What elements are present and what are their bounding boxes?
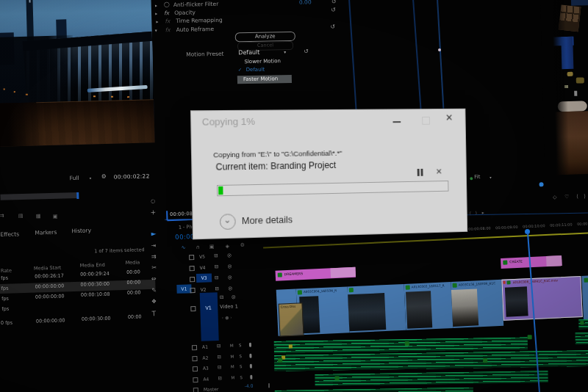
effect-row-label[interactable]: Anti-flicker Filter	[173, 1, 218, 8]
sync-lock-icon[interactable]: ⊟	[217, 355, 221, 360]
lock-icon[interactable]	[193, 377, 198, 382]
col-header-media-end[interactable]: Media End	[80, 263, 105, 269]
reframe-handle-dot[interactable]	[438, 48, 441, 51]
mute-button[interactable]: M	[230, 355, 234, 359]
expand-chevron[interactable]: ▸	[155, 3, 157, 7]
keyframe-marker[interactable]	[289, 344, 293, 348]
zoom-level-select[interactable]: Full	[70, 175, 79, 181]
reset-icon[interactable]: ↺	[331, 7, 336, 13]
track-visibility-eye-icon[interactable]: ◎	[227, 253, 232, 258]
motion-preset-value[interactable]: Default	[238, 50, 259, 57]
reset-icon[interactable]: ↺	[330, 23, 335, 30]
tab-history[interactable]: History	[71, 228, 91, 233]
mic-icon[interactable]	[249, 354, 251, 358]
track-label-v2[interactable]: V2	[200, 288, 206, 292]
audio-clip-fragment[interactable]	[578, 319, 588, 330]
panel-icon[interactable]: ▦	[36, 214, 41, 219]
track-visibility-eye-icon[interactable]: ◎	[228, 275, 232, 280]
lock-icon[interactable]	[190, 306, 196, 311]
sync-lock-icon[interactable]: ⊟	[218, 365, 222, 370]
mute-button[interactable]: M	[231, 376, 234, 380]
tab-effects[interactable]: Effects	[0, 231, 19, 237]
col-header-media-start[interactable]: Media Start	[34, 266, 62, 272]
panel-icon[interactable]: ▤	[18, 214, 24, 219]
lock-icon[interactable]	[192, 345, 197, 350]
effect-row-label[interactable]: Auto Reframe	[176, 26, 215, 32]
reset-icon[interactable]: ↺	[331, 0, 337, 5]
clip-dreamers[interactable]: DREAMERS	[276, 267, 356, 281]
menu-item-default[interactable]: Default	[246, 68, 265, 73]
timeline-wrench-icon[interactable]: ⚙	[240, 243, 245, 248]
solo-button[interactable]: S	[240, 376, 243, 380]
settings-wrench-icon[interactable]: ⚙	[101, 174, 107, 180]
panel-icon[interactable]: ⇉	[0, 214, 4, 219]
solo-button[interactable]: S	[239, 355, 242, 359]
solo-button[interactable]: S	[240, 365, 243, 369]
timeline-settings-icon[interactable]: ∩	[196, 245, 200, 250]
add-track-icon[interactable]: +	[151, 209, 157, 216]
tab-markers[interactable]: Markers	[35, 230, 57, 236]
track-label-a4[interactable]: A4	[203, 377, 209, 382]
razor-tool[interactable]: ✂	[151, 265, 157, 271]
mic-icon[interactable]	[250, 364, 252, 369]
slip-tool[interactable]: ⇔	[151, 276, 157, 282]
keyframe-nav-icons[interactable]: ‹ ● ›	[222, 316, 232, 320]
chevron-down-icon[interactable]: ▾	[490, 175, 492, 179]
reset-icon[interactable]: ↺	[304, 48, 309, 54]
minimize-button[interactable]	[388, 112, 406, 126]
sync-lock-icon[interactable]: ⊟	[215, 286, 219, 291]
lock-icon[interactable]	[192, 356, 197, 361]
track-height-toggle-icon[interactable]: ∥	[268, 383, 270, 388]
sync-lock-icon[interactable]: ⊟	[214, 253, 218, 258]
sync-lock-icon[interactable]: ⊟	[220, 295, 224, 300]
effect-row-label[interactable]: Opacity	[174, 10, 196, 15]
sync-lock-icon[interactable]: ⊟	[215, 275, 219, 280]
track-visibility-eye-icon[interactable]: ◎	[232, 294, 236, 300]
sync-lock-icon[interactable]: ⊟	[218, 376, 222, 381]
collapse-chevron[interactable]: ▾	[155, 28, 157, 32]
playhead-scrubber-dot[interactable]	[539, 182, 543, 186]
transport-icon[interactable]: ♡	[564, 195, 569, 200]
effect-value[interactable]: 0.00	[299, 0, 312, 5]
selection-tool[interactable]: ►	[151, 231, 157, 237]
track-v1-header[interactable]: V1	[200, 292, 219, 341]
clip-selected-purple[interactable]: A010C006_160R1C_R1C.mov	[501, 276, 582, 321]
lock-icon[interactable]	[190, 277, 195, 282]
col-header-rate[interactable]: Rate	[1, 269, 12, 274]
sync-lock-icon[interactable]: ⊟	[214, 264, 218, 269]
lock-icon[interactable]	[190, 288, 195, 293]
hand-tool[interactable]: ❖	[151, 299, 157, 305]
mute-button[interactable]: M	[231, 365, 234, 369]
menu-item-faster-motion[interactable]: Faster Motion	[237, 75, 292, 84]
lock-icon[interactable]	[189, 255, 194, 260]
track-label-a2[interactable]: A2	[202, 356, 208, 360]
audio-clip-a4[interactable]	[275, 388, 473, 392]
clip-create[interactable]: CREATE	[501, 255, 562, 269]
close-button[interactable]: ✕	[441, 111, 461, 126]
master-db-value[interactable]: -4.0	[245, 384, 254, 388]
track-label-master[interactable]: Master	[204, 387, 219, 392]
mute-button[interactable]: M	[230, 344, 234, 348]
cancel-copy-button[interactable]: ✕	[433, 166, 446, 178]
stopwatch-icon[interactable]: ◯	[164, 2, 170, 7]
audio-clip-a1-right[interactable]	[576, 333, 588, 345]
effect-row-label[interactable]: Time Remapping	[176, 18, 222, 24]
type-tool[interactable]: T	[151, 311, 156, 317]
clip-v1-d[interactable]: A003C156_160F0R_R1C	[451, 280, 503, 328]
track-label-v4[interactable]: V4	[200, 266, 206, 270]
expand-chevron[interactable]: ▸	[156, 19, 158, 23]
expand-chevron[interactable]: ▸	[155, 11, 157, 15]
track-visibility-eye-icon[interactable]: ◎	[228, 286, 232, 291]
zoom-level-select[interactable]: Fit	[474, 175, 480, 180]
lock-icon[interactable]	[193, 388, 198, 392]
dropdown-chevron-icon[interactable]: ▾	[284, 50, 286, 54]
timeline-icon[interactable]: ▣	[209, 244, 215, 250]
audio-clip-a3[interactable]	[315, 371, 548, 386]
menu-item-slower-motion[interactable]: Slower Motion	[244, 59, 281, 65]
col-header-media[interactable]: Media	[126, 260, 140, 265]
mic-icon[interactable]	[249, 343, 251, 347]
pause-button[interactable]	[414, 167, 427, 179]
timeline-icon[interactable]: ◈	[226, 244, 230, 249]
panel-icon[interactable]: ▣	[53, 214, 58, 219]
transport-icon[interactable]: ⟩	[584, 194, 586, 199]
